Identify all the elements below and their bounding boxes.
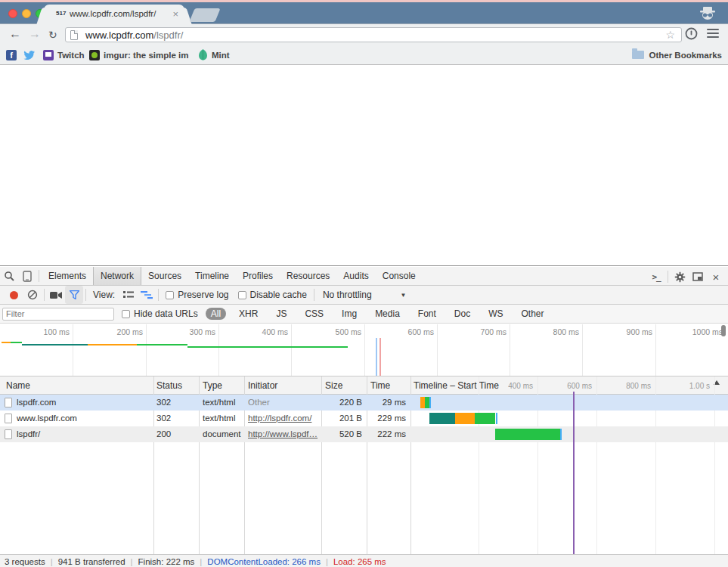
reload-button[interactable]: ↻ xyxy=(48,27,57,42)
filter-pill-img[interactable]: Img xyxy=(336,308,362,320)
tab-audits[interactable]: Audits xyxy=(336,267,375,285)
column-header-status[interactable]: Status xyxy=(156,380,182,391)
sort-arrow-icon[interactable] xyxy=(714,380,720,385)
close-window-button[interactable] xyxy=(8,9,17,18)
filter-input[interactable] xyxy=(2,308,114,321)
bookmark-twitch[interactable]: Twitch xyxy=(43,45,85,65)
overview-request-bar xyxy=(2,342,11,343)
network-overview[interactable]: 100 ms200 ms300 ms400 ms500 ms600 ms700 … xyxy=(0,324,728,376)
overview-gridline xyxy=(364,324,365,376)
table-row[interactable]: lspdfr.com302text/htmlOther220 B29 ms xyxy=(0,395,728,411)
disable-cache-toggle[interactable]: Disable cache xyxy=(238,290,307,300)
tab-sources[interactable]: Sources xyxy=(141,267,188,285)
waterfall-bar xyxy=(429,413,455,424)
overview-request-bar xyxy=(88,344,137,345)
inspect-element-icon[interactable] xyxy=(0,267,18,285)
dcl-event-line xyxy=(376,338,377,376)
cell-type: text/html xyxy=(203,414,242,423)
bookmark-imgur[interactable]: imgur: the simple im xyxy=(89,45,188,65)
timeline-tick-label: 400 ms xyxy=(483,382,533,390)
column-header-size[interactable]: Size xyxy=(325,380,342,391)
close-devtools-icon[interactable]: × xyxy=(707,268,725,286)
folder-icon xyxy=(632,51,644,59)
waterfall-view-icon[interactable] xyxy=(138,286,156,304)
column-header-time[interactable]: Time xyxy=(370,380,390,391)
column-header-initiator[interactable]: Initiator xyxy=(248,380,277,391)
console-drawer-icon[interactable]: >_ xyxy=(647,268,665,286)
bookmark-mint[interactable]: Mint xyxy=(198,45,230,65)
filter-pill-js[interactable]: JS xyxy=(271,308,292,320)
tab-elements[interactable]: Elements xyxy=(42,267,93,285)
overview-tick-label: 500 ms xyxy=(302,327,361,336)
clear-icon[interactable] xyxy=(23,286,42,304)
dock-side-icon[interactable] xyxy=(689,268,707,286)
extension-icon[interactable] xyxy=(685,27,698,40)
view-label: View: xyxy=(93,290,115,300)
devtools-panel: ElementsNetworkSourcesTimelineProfilesRe… xyxy=(0,265,728,567)
browser-tab[interactable]: 517 www.lcpdfr.com/lspdfr/ × xyxy=(44,5,184,24)
divider xyxy=(158,289,159,301)
filter-pill-media[interactable]: Media xyxy=(370,308,405,320)
divider xyxy=(39,270,39,282)
bookmark-twitter[interactable] xyxy=(23,45,36,65)
url-text[interactable]: www.lcpdfr.com/lspdfr/ xyxy=(85,29,183,41)
address-bar[interactable]: www.lcpdfr.com/lspdfr/ ☆ xyxy=(65,27,682,42)
record-button[interactable] xyxy=(10,291,18,299)
filter-pill-other[interactable]: Other xyxy=(516,308,550,320)
minimize-window-button[interactable] xyxy=(22,9,31,18)
filter-pill-css[interactable]: CSS xyxy=(299,308,329,320)
cell-size: 520 B xyxy=(321,429,362,438)
new-tab-button[interactable] xyxy=(189,8,220,22)
page-icon[interactable] xyxy=(70,30,78,40)
cell-initiator[interactable]: http://lspdfr.com/ xyxy=(248,414,319,423)
table-row[interactable]: www.lspdfr.com302text/htmlhttp://lspdfr.… xyxy=(0,411,728,426)
bookmark-star-icon[interactable]: ☆ xyxy=(665,29,675,41)
preserve-log-toggle[interactable]: Preserve log xyxy=(166,290,228,300)
page-content xyxy=(0,65,728,265)
overview-request-bar xyxy=(11,342,21,343)
filter-pill-font[interactable]: Font xyxy=(413,308,441,320)
device-toolbar-icon[interactable] xyxy=(18,267,36,285)
menu-icon[interactable] xyxy=(707,29,719,38)
other-bookmarks-button[interactable]: Other Bookmarks xyxy=(632,45,722,65)
column-header-name[interactable]: Name xyxy=(6,380,30,391)
list-view-icon[interactable] xyxy=(119,286,138,304)
column-header-type[interactable]: Type xyxy=(203,380,222,391)
forward-button[interactable]: → xyxy=(29,26,41,42)
filmstrip-camera-icon[interactable] xyxy=(47,286,65,304)
filter-pill-all[interactable]: All xyxy=(206,308,226,320)
table-row[interactable]: lspdfr/200documenthttp://www.lspdf…520 B… xyxy=(0,426,728,442)
load-event-line xyxy=(573,392,575,554)
tab-profiles[interactable]: Profiles xyxy=(236,267,280,285)
cell-initiator[interactable]: http://www.lspdf… xyxy=(248,429,319,438)
tab-network[interactable]: Network xyxy=(93,267,141,285)
hide-data-urls-checkbox[interactable] xyxy=(122,310,130,318)
overview-request-bar xyxy=(187,346,348,348)
tab-console[interactable]: Console xyxy=(376,267,423,285)
cell-name: lspdfr/ xyxy=(17,429,150,438)
filter-pill-ws[interactable]: WS xyxy=(483,308,508,320)
back-button[interactable]: ← xyxy=(9,26,21,42)
tab-close-icon[interactable]: × xyxy=(172,8,178,20)
filter-pill-xhr[interactable]: XHR xyxy=(234,308,263,320)
waterfall-bar xyxy=(560,429,562,440)
divider xyxy=(85,289,86,301)
overview-gridline xyxy=(73,324,73,376)
preserve-log-checkbox[interactable] xyxy=(166,291,174,299)
divider xyxy=(668,271,668,283)
tab-resources[interactable]: Resources xyxy=(280,267,336,285)
timeline-tick-label: 800 ms xyxy=(601,382,651,390)
bookmark-facebook[interactable]: f xyxy=(6,45,17,65)
bookmarks-bar: f Twitch imgur: the simple im Mint Other… xyxy=(0,45,728,65)
cell-name: www.lspdfr.com xyxy=(17,414,150,423)
tab-timeline[interactable]: Timeline xyxy=(188,267,236,285)
filter-funnel-icon[interactable] xyxy=(65,286,83,304)
disable-cache-checkbox[interactable] xyxy=(238,291,246,299)
settings-gear-icon[interactable] xyxy=(671,268,689,286)
status-text: 3 requests xyxy=(5,557,45,566)
throttling-dropdown[interactable]: No throttling ▼ xyxy=(317,290,413,300)
overview-scrollbar-thumb[interactable] xyxy=(721,325,726,336)
hide-data-urls-toggle[interactable]: Hide data URLs xyxy=(122,308,198,319)
filter-pill-doc[interactable]: Doc xyxy=(449,308,476,320)
waterfall-bar xyxy=(455,413,476,424)
